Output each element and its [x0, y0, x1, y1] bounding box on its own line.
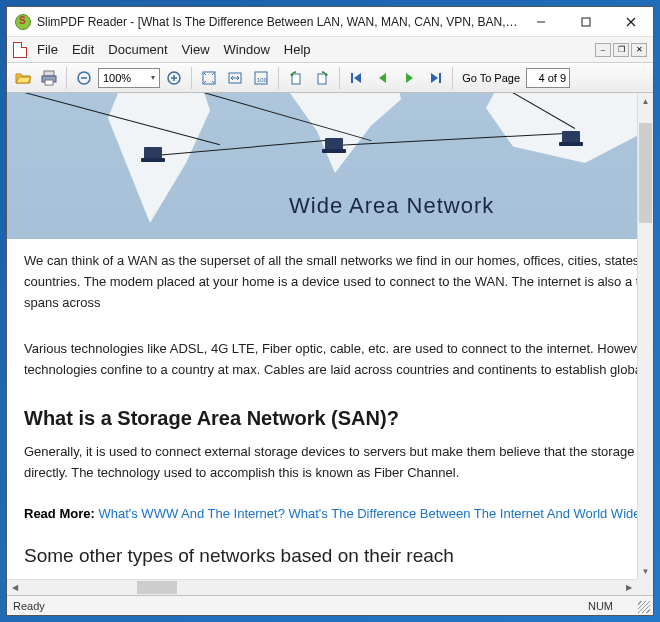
menu-file[interactable]: File	[37, 42, 58, 57]
content-area: Wide Area Network We can think of a WAN …	[7, 93, 653, 595]
last-page-button[interactable]	[423, 66, 447, 90]
body-paragraph: We can think of a WAN as the superset of…	[24, 251, 637, 313]
body-paragraph: Generally, it is used to connect externa…	[24, 442, 637, 484]
menu-window[interactable]: Window	[224, 42, 270, 57]
read-more-line: Read More: What's WWW And The Internet? …	[24, 506, 637, 521]
svg-rect-19	[439, 73, 441, 83]
document-viewport[interactable]: Wide Area Network We can think of a WAN …	[7, 93, 637, 579]
svg-rect-18	[351, 73, 353, 83]
document-icon	[13, 42, 27, 58]
close-button[interactable]	[608, 7, 653, 36]
scroll-right-arrow-icon[interactable]: ▶	[621, 580, 637, 595]
open-button[interactable]	[11, 66, 35, 90]
next-page-button[interactable]	[397, 66, 421, 90]
scroll-corner	[637, 579, 653, 595]
toolbar: 100% 100 Go To Page 4 of 9	[7, 63, 653, 93]
resize-grip-icon[interactable]	[638, 601, 650, 613]
svg-text:100: 100	[257, 77, 268, 83]
scroll-left-arrow-icon[interactable]: ◀	[7, 580, 23, 595]
maximize-button[interactable]	[563, 7, 608, 36]
menu-document[interactable]: Document	[108, 42, 167, 57]
body-paragraph: Various technologies like ADSL, 4G LTE, …	[24, 339, 637, 381]
scroll-up-arrow-icon[interactable]: ▲	[638, 93, 653, 109]
title-bar[interactable]: SlimPDF Reader - [What Is The Difference…	[7, 7, 653, 37]
heading-san: What is a Storage Area Network (SAN)?	[24, 407, 637, 430]
map-title: Wide Area Network	[289, 193, 494, 219]
status-ready: Ready	[13, 600, 45, 612]
horizontal-scroll-thumb[interactable]	[137, 581, 177, 594]
vertical-scrollbar[interactable]: ▲ ▼	[637, 93, 653, 579]
menu-help[interactable]: Help	[284, 42, 311, 57]
rotate-cw-button[interactable]	[310, 66, 334, 90]
page-number-field[interactable]: 4 of 9	[526, 68, 570, 88]
menu-bar: File Edit Document View Window Help – ❐ …	[7, 37, 653, 63]
page: Wide Area Network We can think of a WAN …	[7, 93, 637, 579]
zoom-combo[interactable]: 100%	[98, 68, 160, 88]
child-minimize-button[interactable]: –	[595, 43, 611, 57]
actual-size-button[interactable]: 100	[249, 66, 273, 90]
vertical-scroll-thumb[interactable]	[639, 123, 652, 223]
menu-view[interactable]: View	[182, 42, 210, 57]
horizontal-scrollbar[interactable]: ◀ ▶	[7, 579, 637, 595]
status-bar: Ready NUM	[7, 595, 653, 615]
svg-rect-6	[45, 80, 53, 85]
rotate-ccw-button[interactable]	[284, 66, 308, 90]
laptop-icon	[562, 131, 580, 143]
laptop-icon	[144, 147, 162, 159]
print-button[interactable]	[37, 66, 61, 90]
go-to-page-label: Go To Page	[462, 72, 520, 84]
minimize-button[interactable]	[518, 7, 563, 36]
child-close-button[interactable]: ✕	[631, 43, 647, 57]
wan-map-image: Wide Area Network	[7, 93, 637, 239]
svg-rect-16	[292, 74, 300, 84]
menu-edit[interactable]: Edit	[72, 42, 94, 57]
scroll-down-arrow-icon[interactable]: ▼	[638, 563, 653, 579]
svg-rect-4	[44, 71, 54, 76]
zoom-out-button[interactable]	[72, 66, 96, 90]
child-restore-button[interactable]: ❐	[613, 43, 629, 57]
window-title: SlimPDF Reader - [What Is The Difference…	[37, 15, 518, 29]
app-icon	[15, 14, 31, 30]
svg-rect-1	[582, 18, 590, 26]
prev-page-button[interactable]	[371, 66, 395, 90]
fit-width-button[interactable]	[223, 66, 247, 90]
status-numlock: NUM	[588, 600, 613, 612]
svg-rect-17	[318, 74, 326, 84]
read-more-link[interactable]: What's WWW And The Internet? What's The …	[98, 506, 637, 521]
zoom-in-button[interactable]	[162, 66, 186, 90]
first-page-button[interactable]	[345, 66, 369, 90]
heading-other-networks: Some other types of networks based on th…	[24, 545, 637, 567]
fit-page-button[interactable]	[197, 66, 221, 90]
app-window: SlimPDF Reader - [What Is The Difference…	[6, 6, 654, 616]
laptop-icon	[325, 138, 343, 150]
